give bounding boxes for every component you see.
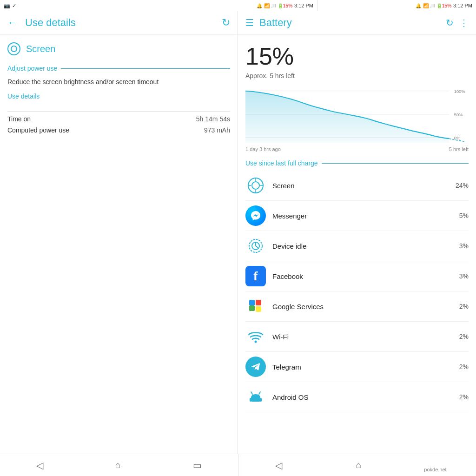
right-panel: ☰ Battery ↻ ⋮ 15% Approx. 5 hrs left — [238, 11, 476, 454]
telegram-icon — [245, 357, 266, 377]
app-item-telegram[interactable]: Telegram 2% — [245, 352, 469, 382]
svg-rect-17 — [249, 305, 255, 311]
svg-point-7 — [252, 182, 259, 189]
battery-percent: 15% — [245, 42, 469, 70]
hamburger-icon[interactable]: ☰ — [245, 17, 254, 28]
time-on-value: 5h 14m 54s — [196, 115, 230, 123]
right-panel-title: Battery — [259, 17, 440, 29]
chart-label-right: 5 hrs left — [449, 146, 469, 152]
svg-line-25 — [259, 392, 260, 394]
left-nav: ◁ ⌂ ▭ — [0, 454, 238, 476]
computed-power-label: Computed power use — [7, 126, 69, 134]
chart-labels: 1 day 3 hrs ago 5 hrs left — [245, 146, 469, 152]
battery-chart: 100% 50% 0% — [245, 87, 469, 143]
screen-app-name: Screen — [272, 182, 456, 190]
left-header: ← Use details ↻ — [0, 11, 238, 35]
screen-app-percent: 24% — [456, 182, 469, 189]
right-nav: ◁ ⌂ pokde.net — [238, 454, 476, 476]
telegram-percent: 2% — [459, 363, 469, 370]
svg-point-21 — [255, 341, 257, 343]
left-back-button[interactable]: ◁ — [25, 456, 54, 475]
bottom-navigation: ◁ ⌂ ▭ ◁ ⌂ pokde.net — [0, 454, 476, 476]
messenger-app-icon — [245, 205, 266, 226]
app-item-screen[interactable]: Screen 24% — [245, 171, 469, 201]
google-services-icon — [245, 296, 266, 317]
use-since-line — [322, 163, 469, 164]
svg-line-15 — [256, 246, 258, 248]
google-services-percent: 2% — [459, 303, 469, 310]
reduce-text: Reduce the screen brightness and/or scre… — [7, 78, 230, 87]
svg-text:100%: 100% — [454, 89, 465, 94]
facebook-app-name: Facebook — [272, 272, 459, 280]
app-item-wifi[interactable]: Wi-Fi 2% — [245, 322, 469, 352]
computed-power-row: Computed power use 973 mAh — [7, 125, 230, 136]
refresh-icon-left[interactable]: ↻ — [222, 17, 230, 29]
android-icon — [245, 387, 266, 407]
app-item-google-services[interactable]: Google Services 2% — [245, 291, 469, 322]
left-home-button[interactable]: ⌂ — [104, 456, 132, 474]
svg-rect-18 — [256, 300, 261, 305]
facebook-app-icon: f — [245, 266, 266, 286]
screen-icon — [7, 42, 20, 55]
left-panel: ← Use details ↻ Screen Adjust power use … — [0, 11, 238, 454]
time-on-row: Time on 5h 14m 54s — [7, 113, 230, 125]
svg-text:50%: 50% — [454, 112, 463, 117]
right-header: ☰ Battery ↻ ⋮ — [238, 11, 476, 35]
screen-title: Screen — [26, 44, 55, 54]
right-status-time: 3:12 PM — [453, 3, 472, 8]
divider — [7, 111, 230, 112]
right-header-icons: ↻ ⋮ — [446, 17, 469, 28]
app-list: Screen 24% Messenger 5% — [245, 171, 469, 412]
chart-label-left: 1 day 3 hrs ago — [245, 146, 281, 152]
android-name: Android OS — [272, 393, 459, 401]
device-idle-percent: 3% — [459, 242, 469, 250]
google-services-name: Google Services — [272, 303, 459, 311]
device-idle-icon — [245, 236, 266, 256]
watermark: pokde.net — [424, 467, 446, 476]
svg-rect-20 — [249, 300, 255, 305]
screen-app-icon — [245, 175, 266, 196]
wifi-percent: 2% — [459, 333, 469, 340]
svg-text:0%: 0% — [454, 135, 461, 140]
screen-section-header: Screen — [7, 42, 230, 55]
approx-time: Approx. 5 hrs left — [245, 72, 469, 79]
app-item-android[interactable]: Android OS 2% — [245, 382, 469, 412]
adjust-power-label: Adjust power use — [7, 65, 230, 72]
use-since-section: Use since last full charge — [245, 159, 469, 167]
app-item-device-idle[interactable]: Device idle 3% — [245, 231, 469, 261]
telegram-name: Telegram — [272, 363, 459, 371]
use-details-link[interactable]: Use details — [7, 93, 230, 100]
refresh-icon-right[interactable]: ↻ — [446, 17, 454, 28]
use-since-label: Use since last full charge — [245, 159, 469, 167]
android-percent: 2% — [459, 393, 469, 401]
left-panel-title: Use details — [25, 17, 76, 29]
left-recents-button[interactable]: ▭ — [182, 456, 213, 475]
adjust-power-line — [61, 68, 230, 69]
right-back-button[interactable]: ◁ — [264, 456, 293, 475]
wifi-icon — [245, 326, 266, 347]
facebook-app-percent: 3% — [459, 272, 469, 280]
right-home-button[interactable]: ⌂ — [345, 456, 373, 474]
computed-power-value: 973 mAh — [204, 126, 230, 134]
device-idle-name: Device idle — [272, 242, 459, 250]
back-button[interactable]: ← — [7, 17, 18, 29]
app-item-messenger[interactable]: Messenger 5% — [245, 201, 469, 231]
svg-rect-26 — [250, 398, 251, 402]
svg-rect-19 — [256, 306, 261, 312]
messenger-app-name: Messenger — [272, 212, 459, 220]
messenger-app-percent: 5% — [459, 212, 469, 219]
svg-rect-27 — [260, 398, 262, 402]
more-options-icon[interactable]: ⋮ — [459, 17, 469, 28]
svg-line-24 — [251, 392, 252, 394]
app-item-facebook[interactable]: f Facebook 3% — [245, 261, 469, 291]
time-on-label: Time on — [7, 115, 31, 123]
wifi-name: Wi-Fi — [272, 333, 459, 341]
left-status-time: 3:12 PM — [294, 3, 313, 8]
